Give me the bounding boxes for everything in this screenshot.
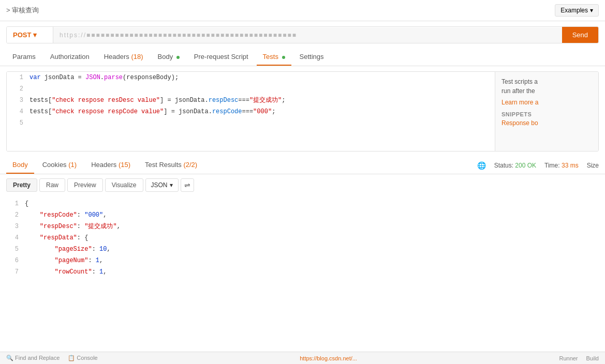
chevron-down-icon: ▾ xyxy=(170,181,173,189)
method-dropdown[interactable]: POST ▾ xyxy=(7,27,53,43)
json-line-2: 2 "respCode": "000", xyxy=(6,209,599,221)
chevron-down-icon: ▾ xyxy=(590,7,593,14)
raw-button[interactable]: Raw xyxy=(39,178,65,192)
code-line-2: 2 xyxy=(7,83,495,95)
tab-body[interactable]: Body xyxy=(152,49,186,66)
code-line-3: 3 tests["check respose resDesc value"] =… xyxy=(7,95,495,106)
snippets-label: SNIPPETS xyxy=(501,111,592,117)
tab-response-body[interactable]: Body xyxy=(6,157,34,174)
request-tabs: Params Authorization Headers (18) Body P… xyxy=(0,49,605,66)
snippets-note: Test scripts arun after the xyxy=(501,77,592,96)
tab-tests[interactable]: Tests xyxy=(257,49,291,66)
snippet-response-body[interactable]: Response bo xyxy=(501,119,592,127)
response-tabs: Body Cookies (1) Headers (15) Test Resul… xyxy=(0,157,605,174)
request-bar: POST ▾ Send xyxy=(6,26,599,43)
pretty-button[interactable]: Pretty xyxy=(6,178,37,192)
tab-headers[interactable]: Headers (18) xyxy=(98,49,150,66)
format-bar: Pretty Raw Preview Visualize JSON ▾ ⇌ xyxy=(0,174,605,196)
wrap-button[interactable]: ⇌ xyxy=(181,178,194,192)
json-response[interactable]: 1 { 2 "respCode": "000", 3 "respDesc": "… xyxy=(0,196,605,280)
preview-button[interactable]: Preview xyxy=(67,178,103,192)
snippets-learn-more[interactable]: Learn more a xyxy=(501,99,592,106)
time-value: 33 ms xyxy=(562,162,579,169)
visualize-button[interactable]: Visualize xyxy=(105,178,143,192)
code-line-4: 4 tests["check respose respCode value"] … xyxy=(7,106,495,117)
tab-cookies[interactable]: Cookies (1) xyxy=(36,157,83,174)
examples-button[interactable]: Examples ▾ xyxy=(555,4,599,17)
test-results-badge: (2/2) xyxy=(183,161,197,169)
json-line-6: 6 "pageNum": 1, xyxy=(6,255,599,266)
code-textarea[interactable]: 1 var jsonData = JSON.parse(responseBody… xyxy=(7,72,495,151)
tab-params[interactable]: Params xyxy=(6,49,42,66)
size-label: Size xyxy=(587,162,599,169)
json-line-5: 5 "pageSize": 10, xyxy=(6,244,599,255)
globe-icon: 🌐 xyxy=(477,161,486,170)
cookies-badge: (1) xyxy=(68,161,77,169)
code-line-5: 5 xyxy=(7,117,495,129)
tests-dot xyxy=(282,56,285,59)
tab-response-headers[interactable]: Headers (15) xyxy=(85,157,137,174)
send-button[interactable]: Send xyxy=(562,27,598,43)
tab-test-results[interactable]: Test Results (2/2) xyxy=(139,157,203,174)
headers-badge: (18) xyxy=(131,53,143,60)
tab-settings[interactable]: Settings xyxy=(293,49,330,66)
url-input[interactable] xyxy=(53,27,562,43)
body-dot xyxy=(176,56,180,59)
resp-headers-badge: (15) xyxy=(119,161,130,169)
tab-pre-request[interactable]: Pre-request Script xyxy=(188,49,255,66)
tab-authorization[interactable]: Authorization xyxy=(44,49,96,66)
code-editor: 1 var jsonData = JSON.parse(responseBody… xyxy=(6,71,599,151)
json-line-7: 7 "rowCount": 1, xyxy=(6,266,599,278)
code-line-1: 1 var jsonData = JSON.parse(responseBody… xyxy=(7,72,495,83)
method-label: POST xyxy=(13,31,31,39)
format-selected: JSON xyxy=(151,181,168,189)
chevron-down-icon: ▾ xyxy=(33,31,37,39)
top-bar: > 审核查询 Examples ▾ xyxy=(0,0,605,21)
json-line-4: 4 "respData": { xyxy=(6,232,599,244)
json-line-3: 3 "respDesc": "提交成功", xyxy=(6,221,599,232)
snippets-panel: Test scripts arun after the Learn more a… xyxy=(495,72,598,151)
json-line-1: 1 { xyxy=(6,198,599,209)
format-dropdown[interactable]: JSON ▾ xyxy=(145,178,179,192)
status-value: 200 OK xyxy=(515,162,536,169)
breadcrumb: > 审核查询 xyxy=(6,6,39,15)
response-status: 🌐 Status: 200 OK Time: 33 ms Size xyxy=(477,161,599,170)
